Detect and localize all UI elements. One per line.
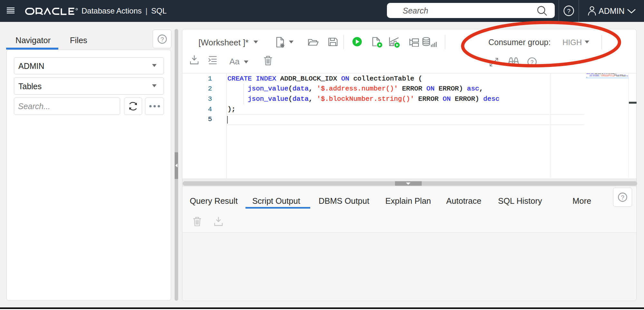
- svg-text:?: ?: [160, 36, 164, 43]
- svg-text:?: ?: [621, 194, 624, 201]
- svg-text:?: ?: [567, 8, 571, 14]
